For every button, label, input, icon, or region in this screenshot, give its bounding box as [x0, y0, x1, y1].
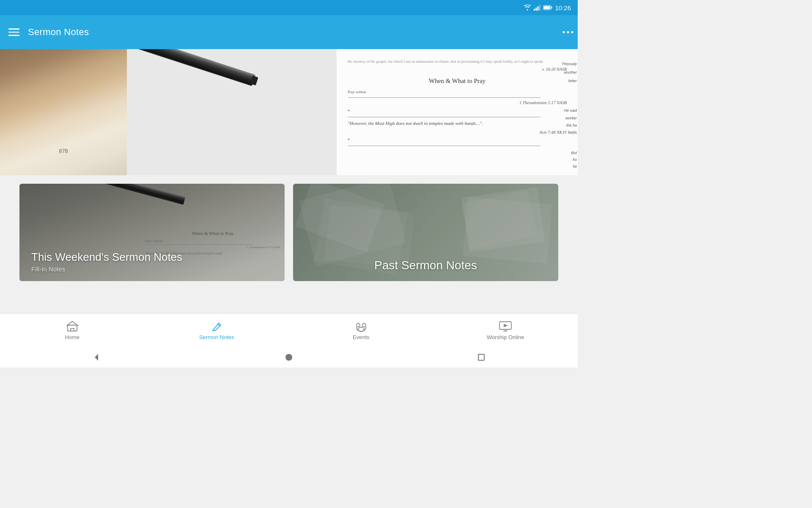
paper-content: the mystery of the gospel, for which I a…	[337, 49, 578, 175]
svg-point-8	[567, 31, 569, 33]
nav-worship-online-label: Worship Online	[487, 334, 524, 340]
battery-icon	[543, 5, 552, 10]
card-1-content: This Weekend's Sermon Notes Fill-In Note…	[19, 242, 285, 281]
hero-heading: When & What to Pray	[348, 77, 567, 85]
hero-verse-text: "However, the Most High does not dwell i…	[348, 120, 567, 127]
card-1-title: This Weekend's Sermon Notes	[31, 251, 273, 264]
signal-icon	[534, 5, 540, 11]
svg-point-15	[362, 323, 366, 327]
verse-ref-3: Acts 7:48 NKJV	[348, 130, 567, 135]
card-1-subtitle: Fill-In Notes	[31, 265, 273, 273]
status-bar: 10:26	[0, 0, 578, 15]
notebook-image	[0, 49, 127, 175]
nav-events-label: Events	[353, 334, 370, 340]
page-title: Sermon Notes	[28, 27, 89, 38]
hero-pray-text: Pray withou	[348, 89, 567, 95]
wifi-icon	[524, 5, 531, 11]
svg-marker-21	[95, 354, 98, 361]
svg-rect-5	[544, 6, 551, 9]
system-nav	[0, 347, 578, 367]
app-bar: Sermon Notes	[0, 15, 578, 49]
svg-point-14	[357, 323, 360, 327]
events-icon	[354, 320, 368, 332]
card-2-title: Past Sermon Notes	[305, 258, 546, 273]
more-options-button[interactable]	[562, 31, 573, 33]
svg-rect-10	[68, 325, 77, 331]
svg-rect-1	[536, 8, 537, 11]
worship-online-icon	[499, 320, 512, 332]
sermon-notes-icon	[210, 320, 223, 332]
card-2-content: Past Sermon Notes	[293, 250, 558, 281]
bottom-nav: Home Sermon Notes Events	[0, 313, 578, 347]
svg-point-22	[285, 354, 292, 361]
svg-point-7	[571, 31, 573, 33]
svg-point-9	[563, 31, 565, 33]
nav-worship-online[interactable]: Worship Online	[433, 320, 578, 340]
recents-button[interactable]	[469, 351, 494, 364]
nav-events[interactable]: Events	[289, 320, 433, 340]
home-button[interactable]	[276, 351, 302, 364]
past-sermons-card[interactable]: Past Sermon Notes	[293, 184, 558, 281]
svg-line-13	[218, 324, 219, 326]
nav-sermon-notes[interactable]: Sermon Notes	[145, 320, 289, 340]
svg-rect-2	[538, 6, 539, 11]
svg-rect-0	[534, 9, 535, 11]
menu-button[interactable]	[8, 28, 19, 36]
svg-rect-23	[478, 354, 484, 360]
verse-ref-1: v. 18-20 NASB	[348, 67, 567, 72]
svg-rect-6	[551, 7, 552, 9]
nav-sermon-notes-label: Sermon Notes	[199, 334, 234, 340]
hero-image: the mystery of the gospel, for which I a…	[0, 49, 578, 175]
nav-home[interactable]: Home	[0, 320, 145, 340]
nav-home-label: Home	[65, 334, 80, 340]
hero-overflow: Thessaly another letter He said worker t…	[556, 49, 578, 175]
status-icons: 10:26	[524, 4, 571, 11]
verse-ref-2: 1 Thessalonians 5:17 NASB	[348, 100, 567, 105]
status-time: 10:26	[555, 4, 571, 11]
svg-rect-3	[539, 5, 540, 11]
svg-marker-20	[504, 324, 508, 327]
back-button[interactable]	[84, 351, 109, 364]
this-weekend-card[interactable]: When & What to Pray Pray without 1 Thess…	[19, 184, 285, 281]
svg-rect-11	[71, 329, 74, 331]
home-icon	[66, 320, 79, 332]
